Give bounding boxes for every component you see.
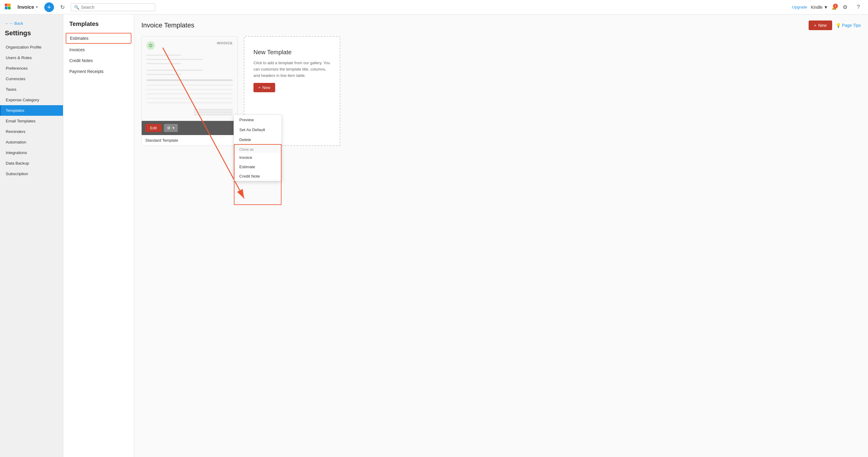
notification-badge: 1 <box>833 4 838 8</box>
preview-line-2 <box>147 59 203 60</box>
main-content: Invoice Templates + New 💡 Page Tips <box>134 14 868 457</box>
preview-total-area <box>147 108 233 116</box>
edit-button[interactable]: Edit <box>145 124 161 132</box>
secondary-item-invoices[interactable]: Invoices <box>63 44 134 55</box>
settings-title: Settings <box>0 29 63 42</box>
template-action-bar: Edit ⚙ ▼ <box>142 121 238 135</box>
svg-rect-3 <box>8 7 10 9</box>
secondary-item-payment-receipts[interactable]: Payment Receipts <box>63 66 134 77</box>
preview-total-block <box>194 108 233 116</box>
new-button-label: New <box>818 23 827 28</box>
sidebar-item-users-roles[interactable]: Users & Roles <box>0 53 63 63</box>
app-name-text: Invoice <box>18 4 34 10</box>
preview-table-row-2 <box>147 89 233 90</box>
preview-header-area: INVOICE <box>147 41 233 50</box>
settings-icon-button[interactable]: ⚙ <box>840 2 850 12</box>
page-tips-link[interactable]: 💡 Page Tips <box>836 23 861 28</box>
new-template-button[interactable]: + New <box>253 83 275 92</box>
plus-icon: + <box>814 23 816 28</box>
sidebar-item-reminders[interactable]: Reminders <box>0 126 63 137</box>
svg-rect-2 <box>5 7 7 9</box>
sidebar-item-email-templates[interactable]: Email Templates <box>0 116 63 126</box>
lightbulb-icon: 💡 <box>836 23 841 28</box>
preview-table-header <box>147 79 233 82</box>
gear-dropdown-button[interactable]: ⚙ ▼ <box>164 124 178 132</box>
topnav: Invoice ▼ + ↻ 🔍 Upgrade Kindle ▼ 🔔 1 ⚙ ? <box>0 0 868 14</box>
preview-total-line-3 <box>194 114 233 116</box>
zoho-logo <box>5 4 16 11</box>
user-chevron-icon: ▼ <box>824 5 828 10</box>
preview-total-line-2 <box>194 111 233 113</box>
dropdown-clone-invoice[interactable]: Invoice <box>234 153 281 162</box>
back-arrow-icon: ← <box>5 21 9 26</box>
new-template-title: New Template <box>253 49 331 56</box>
page-title: Invoice Templates <box>141 22 194 29</box>
gear-chevron-icon: ▼ <box>172 126 175 130</box>
preview-line-5 <box>147 74 181 75</box>
sidebar-item-taxes[interactable]: Taxes <box>0 84 63 95</box>
notifications-button[interactable]: 🔔 1 <box>832 5 837 10</box>
preview-table-row-5 <box>147 102 233 103</box>
new-template-description: Click to add a template from our gallery… <box>253 60 331 79</box>
add-button[interactable]: + <box>44 2 54 12</box>
svg-rect-1 <box>8 4 10 6</box>
help-button[interactable]: ? <box>854 2 863 12</box>
back-link[interactable]: ← ← Back <box>0 19 63 29</box>
dropdown-menu: Preview Set As Default Delete Clone as I… <box>234 115 282 181</box>
app-name[interactable]: Invoice ▼ <box>18 4 38 10</box>
sidebar-item-expense-category[interactable]: Expense Category <box>0 95 63 105</box>
dropdown-clone-as-label: Clone as <box>234 145 281 153</box>
gear-icon: ⚙ <box>167 126 170 130</box>
template-card-standard: INVOICE <box>141 36 238 146</box>
refresh-button[interactable]: ↻ <box>58 2 67 12</box>
sidebar-item-currencies[interactable]: Currencies <box>0 73 63 84</box>
sidebar-item-org-profile[interactable]: Organization Profile <box>0 42 63 53</box>
search-icon: 🔍 <box>74 5 79 10</box>
upgrade-link[interactable]: Upgrade <box>792 5 807 9</box>
secondary-item-credit-notes[interactable]: Credit Notes <box>63 55 134 66</box>
preview-line-3 <box>147 63 181 64</box>
search-bar: 🔍 <box>71 3 155 11</box>
page-tips-label: Page Tips <box>842 23 861 28</box>
sidebar: ← ← Back Settings Organization Profile U… <box>0 14 63 457</box>
sidebar-item-automation[interactable]: Automation <box>0 137 63 147</box>
template-preview: INVOICE <box>142 36 238 121</box>
main-header: Invoice Templates + New 💡 Page Tips <box>141 21 861 30</box>
user-menu[interactable]: Kindle ▼ <box>811 5 828 10</box>
dropdown-clone-estimate[interactable]: Estimate <box>234 162 281 172</box>
preview-logo-icon <box>147 41 155 50</box>
preview-line-1 <box>147 55 181 56</box>
sidebar-item-subscription[interactable]: Subscription <box>0 169 63 179</box>
preview-total-line-1 <box>194 109 233 111</box>
sidebar-item-integrations[interactable]: Integrations <box>0 147 63 158</box>
new-button[interactable]: + New <box>809 21 832 30</box>
preview-line-4 <box>147 70 203 71</box>
plus-icon-sm: + <box>258 85 261 90</box>
header-actions: + New 💡 Page Tips <box>809 21 861 30</box>
sidebar-item-templates[interactable]: Templates <box>0 105 63 116</box>
layout: ← ← Back Settings Organization Profile U… <box>0 14 868 457</box>
topnav-right: Upgrade Kindle ▼ 🔔 1 ⚙ ? <box>792 2 863 12</box>
app-name-chevron-icon: ▼ <box>35 5 38 9</box>
user-name: Kindle <box>811 5 823 10</box>
svg-rect-0 <box>5 4 7 6</box>
preview-table-row-1 <box>147 84 233 86</box>
dropdown-set-default[interactable]: Set As Default <box>234 125 281 135</box>
preview-table-row-4 <box>147 98 233 99</box>
template-name: Standard Template <box>142 135 238 146</box>
secondary-nav-title: Templates <box>63 21 134 32</box>
dropdown-clone-credit-note[interactable]: Credit Note <box>234 172 281 181</box>
logo-area: Invoice ▼ <box>5 4 38 11</box>
preview-invoice-label: INVOICE <box>217 41 233 45</box>
dropdown-preview[interactable]: Preview <box>234 115 281 125</box>
search-input[interactable] <box>81 5 152 10</box>
secondary-item-estimates[interactable]: Estimates <box>66 33 131 44</box>
secondary-nav: Templates Estimates Invoices Credit Note… <box>63 14 134 457</box>
dropdown-delete[interactable]: Delete <box>234 135 281 145</box>
new-template-button-label: New <box>262 85 270 90</box>
preview-table-row-3 <box>147 93 233 95</box>
back-label: ← Back <box>9 21 23 26</box>
sidebar-item-preferences[interactable]: Preferences <box>0 63 63 73</box>
sidebar-item-data-backup[interactable]: Data Backup <box>0 158 63 169</box>
